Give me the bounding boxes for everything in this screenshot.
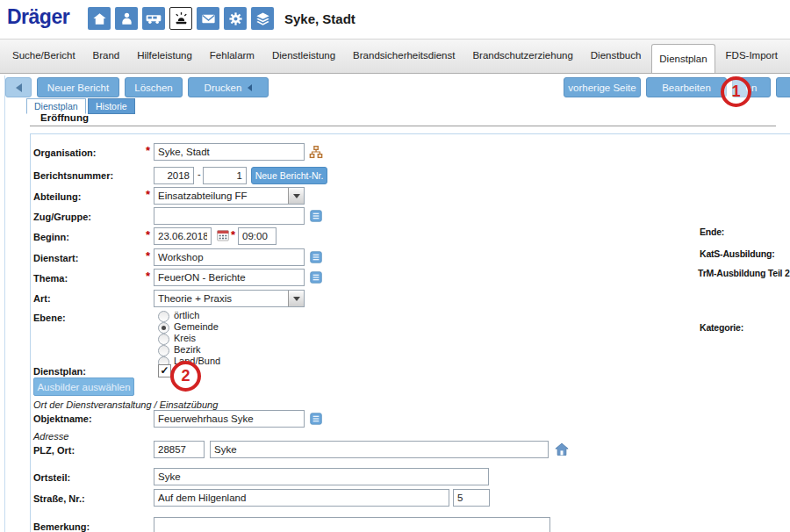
annotation-step-1: 1 [721, 76, 751, 107]
ebene-radio-bezirk[interactable] [158, 345, 169, 356]
art-label: Art: [33, 293, 51, 304]
kategorie-label: Kategorie: [700, 322, 743, 333]
mail-icon[interactable] [197, 7, 219, 30]
beginn-time-required-marker: * [231, 228, 235, 241]
ebene-radio-kreis[interactable] [158, 334, 169, 345]
thema-input[interactable] [154, 269, 305, 286]
naechste-seite-button[interactable]: nächst [776, 77, 790, 97]
section-divider [30, 126, 776, 126]
strasse-input[interactable] [154, 489, 449, 507]
art-select[interactable]: Theorie + Praxis [154, 290, 305, 307]
thema-required-marker: * [146, 270, 150, 283]
organisation-required-marker: * [146, 144, 150, 157]
ebene-radio-gemeinde[interactable] [158, 322, 169, 334]
page-title: Syke, Stadt [284, 11, 356, 26]
berichtsnummer-label: Berichtsnummer: [33, 170, 113, 181]
dienstplan-check-label: Dienstplan: [33, 366, 86, 377]
drucken-dropdown-icon [248, 84, 252, 91]
adresse-section-heading: Adresse [33, 431, 68, 442]
zug-gruppe-list-icon[interactable] [309, 209, 323, 223]
thema-label: Thema: [33, 273, 68, 284]
ort-section-heading: Ort der Dienstveranstaltung / Einsatzübu… [33, 399, 218, 410]
abteilung-select[interactable]: Einsatzabteilung FF [154, 187, 305, 205]
tab-brandsicherheitsdienst[interactable]: Brandsicherheitsdienst [346, 39, 462, 73]
ende-label: Ende: [700, 226, 724, 237]
bemerkung-label: Bemerkung: [33, 521, 90, 532]
beginn-label: Beginn: [33, 232, 69, 242]
art-dropdown-arrow[interactable] [288, 291, 304, 306]
objektname-input[interactable] [154, 410, 305, 428]
annotation-step-2: 2 [170, 361, 201, 392]
plz-ort-label: PLZ, Ort: [33, 445, 75, 456]
beginn-date-input[interactable] [154, 227, 212, 245]
dienstplan-checkbox[interactable]: ✓ [158, 364, 171, 377]
beginn-date-required-marker: * [146, 228, 150, 241]
ebene-label: Ebene: [33, 313, 66, 323]
neuer-bericht-button[interactable]: Neuer Bericht [37, 77, 119, 97]
objektname-list-icon[interactable] [309, 412, 323, 426]
dienstart-list-icon[interactable] [309, 250, 323, 264]
ebene-option-kreis-label: Kreis [174, 333, 196, 343]
hausnummer-input[interactable] [453, 489, 490, 507]
vehicle-icon[interactable] [142, 7, 165, 30]
tab-hilfeleistung[interactable]: Hilfeleistung [130, 39, 199, 73]
abteilung-dropdown-arrow[interactable] [288, 188, 304, 204]
subtab-dienstplan[interactable]: Dienstplan [26, 98, 86, 114]
zug-gruppe-input[interactable] [154, 207, 305, 225]
ebene-radio-oertlich[interactable] [158, 311, 169, 322]
abteilung-required-marker: * [146, 188, 150, 201]
layers-icon[interactable] [251, 7, 274, 30]
tab-suche-bericht[interactable]: Suche/Bericht [5, 39, 83, 73]
organisation-label: Organisation: [33, 147, 97, 158]
bearbeiten-button[interactable]: Bearbeiten [646, 77, 727, 97]
dienstart-required-marker: * [146, 249, 150, 262]
siren-icon[interactable] [169, 7, 192, 30]
ortsteil-input[interactable] [154, 468, 489, 485]
app-header: Dräger [0, 0, 790, 40]
ortsteil-label: Ortsteil: [33, 472, 70, 483]
berichtsnummer-year-input[interactable] [154, 167, 194, 184]
ebene-option-gemeinde-label: Gemeinde [174, 321, 219, 332]
tab-fehlalarm[interactable]: Fehlalarm [203, 39, 262, 73]
beginn-time-input[interactable] [238, 227, 276, 245]
berichtsnummer-separator: - [198, 169, 201, 179]
zug-gruppe-label: Zug/Gruppe: [33, 212, 91, 222]
vorherige-seite-button[interactable]: vorherige Seite [564, 77, 641, 97]
ebene-option-bezirk-label: Bezirk [174, 344, 201, 355]
back-button[interactable] [5, 77, 32, 97]
tab-dienstplan[interactable]: Dienstplan [651, 44, 715, 73]
abteilung-label: Abteilung: [33, 191, 81, 202]
feueron-window: Dräger [0, 0, 790, 532]
drucken-button[interactable]: Drucken [188, 77, 269, 97]
bemerkung-input[interactable] [154, 517, 550, 532]
organisation-sitemap-icon[interactable] [309, 145, 323, 159]
tab-brandschutzerziehung[interactable]: Brandschutzerziehung [465, 39, 579, 73]
kats-ausbildung-label: KatS-Ausbildung: [700, 248, 774, 259]
berichtsnummer-number-input[interactable] [203, 167, 247, 184]
home-icon[interactable] [88, 7, 111, 30]
tab-dienstleistung[interactable]: Dienstleistung [265, 39, 342, 73]
main-tab-bar: Suche/Bericht Brand Hilfeleistung Fehlal… [0, 40, 790, 74]
home-address-icon[interactable] [554, 442, 570, 457]
subtab-historie[interactable]: Historie [88, 98, 135, 114]
loeschen-button[interactable]: Löschen [125, 77, 183, 97]
organisation-input[interactable] [154, 143, 305, 161]
plz-input[interactable] [154, 441, 205, 458]
tab-dienstbuch[interactable]: Dienstbuch [584, 39, 649, 73]
ausbilder-auswaehlen-button[interactable]: Ausbilder auswählen [33, 377, 134, 396]
content-left-border [4, 75, 5, 532]
ebene-option-oertlich-label: örtlich [174, 310, 199, 320]
trm-ausbildung-label: TrM-Ausbildung Teil 2: [698, 268, 790, 278]
thema-list-icon[interactable] [309, 270, 323, 284]
back-arrow-icon [16, 83, 22, 92]
dienstart-input[interactable] [154, 248, 305, 266]
neue-bericht-nr-button[interactable]: Neue Bericht-Nr. [251, 167, 327, 184]
ort-input[interactable] [210, 441, 549, 458]
gear-icon[interactable] [224, 7, 247, 30]
person-icon[interactable] [115, 7, 138, 30]
strasse-label: Straße, Nr.: [33, 493, 85, 504]
calendar-icon[interactable] [216, 228, 230, 242]
tab-fds-import[interactable]: FDS-Import [719, 39, 785, 73]
tab-brand[interactable]: Brand [86, 39, 127, 73]
draeger-logo: Dräger [7, 5, 69, 29]
